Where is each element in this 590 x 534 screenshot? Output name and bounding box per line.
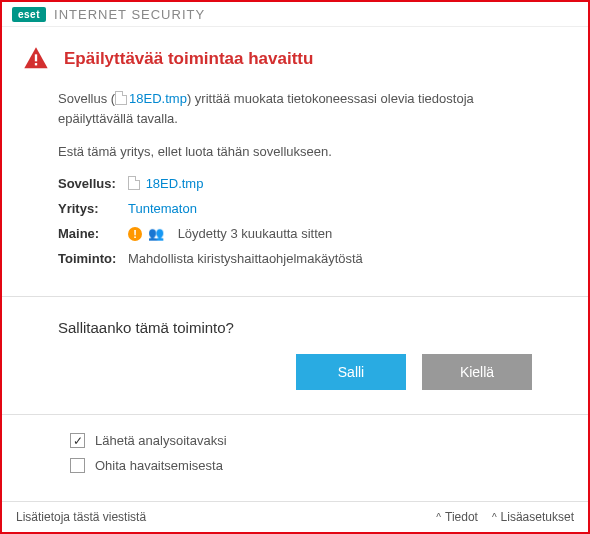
eset-logo: eset xyxy=(12,7,46,22)
allow-button[interactable]: Salli xyxy=(296,354,406,390)
submit-analysis-row: Lähetä analysoitavaksi xyxy=(70,433,532,448)
svg-rect-0 xyxy=(35,55,37,62)
chevron-up-icon: ^ xyxy=(492,512,497,523)
footer: Lisätietoja tästä viestistä ^ Tiedot ^ L… xyxy=(2,501,588,532)
desc-prefix: Sovellus ( xyxy=(58,91,115,106)
value-app: 18ED.tmp xyxy=(128,176,203,191)
button-row: Salli Kiellä xyxy=(58,354,532,390)
titlebar: eset INTERNET SECURITY xyxy=(2,2,588,27)
footer-details-label: Tiedot xyxy=(445,510,478,524)
detail-row-action: Toiminto: Mahdollista kiristyshaittaohje… xyxy=(58,251,532,266)
alert-title: Epäilyttävää toimintaa havaittu xyxy=(64,49,313,69)
alert-triangle-icon xyxy=(22,45,50,73)
label-company: Yritys: xyxy=(58,201,128,216)
chevron-up-icon: ^ xyxy=(436,512,441,523)
exclude-detection-label: Ohita havaitsemisesta xyxy=(95,458,223,473)
file-icon xyxy=(115,91,127,105)
svg-rect-1 xyxy=(35,64,37,66)
footer-advanced-toggle[interactable]: ^ Lisäasetukset xyxy=(492,510,574,524)
options-section: Lähetä analysoitavaksi Ohita havaitsemis… xyxy=(2,414,588,501)
submit-analysis-label: Lähetä analysoitavaksi xyxy=(95,433,227,448)
question-text: Sallitaanko tämä toiminto? xyxy=(58,319,532,336)
detail-row-app: Sovellus: 18ED.tmp xyxy=(58,176,532,191)
exclude-detection-row: Ohita havaitsemisesta xyxy=(70,458,532,473)
reputation-text: Löydetty 3 kuukautta sitten xyxy=(178,226,333,241)
value-action: Mahdollista kiristyshaittaohjelmakäytöst… xyxy=(128,251,363,266)
instruction-text: Estä tämä yritys, ellet luota tähän sove… xyxy=(58,142,532,162)
app-filename-link[interactable]: 18ED.tmp xyxy=(146,176,204,191)
question-section: Sallitaanko tämä toiminto? Salli Kiellä xyxy=(2,296,588,414)
file-icon xyxy=(128,176,140,190)
label-reputation: Maine: xyxy=(58,226,128,242)
footer-advanced-label: Lisäasetukset xyxy=(501,510,574,524)
users-icon: 👥 xyxy=(148,226,164,241)
submit-analysis-checkbox[interactable] xyxy=(70,433,85,448)
content-area: Sovellus (18ED.tmp) yrittää muokata tiet… xyxy=(2,89,588,276)
desc-filename[interactable]: 18ED.tmp xyxy=(129,91,187,106)
dialog-window: eset INTERNET SECURITY Epäilyttävää toim… xyxy=(0,0,590,534)
label-action: Toiminto: xyxy=(58,251,128,266)
description-text: Sovellus (18ED.tmp) yrittää muokata tiet… xyxy=(58,89,532,128)
detail-row-reputation: Maine: ! 👥 Löydetty 3 kuukautta sitten xyxy=(58,226,532,242)
deny-button[interactable]: Kiellä xyxy=(422,354,532,390)
exclude-detection-checkbox[interactable] xyxy=(70,458,85,473)
warning-badge-icon: ! xyxy=(128,227,142,241)
value-reputation: ! 👥 Löydetty 3 kuukautta sitten xyxy=(128,226,332,242)
footer-info-link[interactable]: Lisätietoja tästä viestistä xyxy=(16,510,422,524)
label-app: Sovellus: xyxy=(58,176,128,191)
footer-details-toggle[interactable]: ^ Tiedot xyxy=(436,510,478,524)
product-name: INTERNET SECURITY xyxy=(54,7,205,22)
details-block: Sovellus: 18ED.tmp Yritys: Tuntematon Ma… xyxy=(58,176,532,267)
company-link[interactable]: Tuntematon xyxy=(128,201,197,216)
detail-row-company: Yritys: Tuntematon xyxy=(58,201,532,216)
alert-header: Epäilyttävää toimintaa havaittu xyxy=(2,27,588,89)
